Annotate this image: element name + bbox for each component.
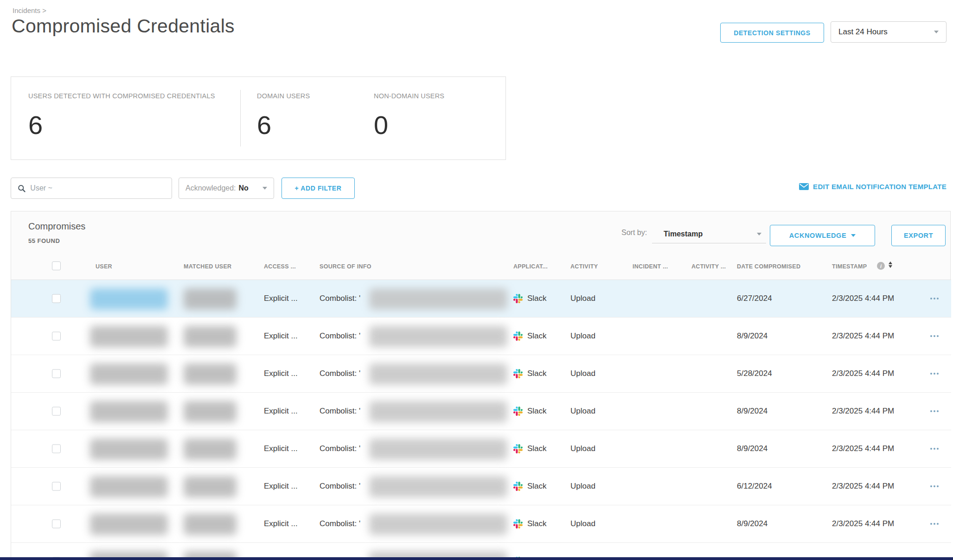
- blurred-matched-user-value: [184, 363, 237, 385]
- sort-select[interactable]: Timestamp: [652, 225, 766, 243]
- slack-icon: [513, 444, 523, 453]
- source-prefix-cell: Combolist: ': [320, 294, 360, 303]
- search-icon: [18, 184, 26, 193]
- blurred-user-value[interactable]: [90, 401, 168, 422]
- source-prefix-cell: Combolist: ': [320, 369, 360, 378]
- source-prefix-cell: Combolist: ': [320, 482, 360, 491]
- column-header-source-of-info[interactable]: SOURCE OF INFO: [320, 263, 371, 270]
- acknowledged-filter-label: Acknowledged:: [185, 184, 236, 192]
- date-compromised-cell: 5/28/2024: [737, 369, 772, 378]
- blurred-user-value[interactable]: [90, 288, 168, 310]
- access-cell: Explicit ...: [264, 519, 298, 528]
- chevron-down-icon: [934, 31, 939, 33]
- activity-cell: Upload: [570, 331, 595, 341]
- compromises-table-card: Compromises 55 FOUND Sort by: Timestamp …: [11, 211, 951, 560]
- bottom-edge-bar: [0, 557, 953, 560]
- column-header-activity[interactable]: ACTIVITY: [570, 263, 598, 270]
- application-label: Slack: [527, 369, 547, 378]
- row-checkbox[interactable]: [52, 294, 61, 303]
- acknowledged-filter-value: No: [239, 184, 249, 192]
- acknowledged-filter-select[interactable]: Acknowledged: No: [179, 178, 274, 199]
- overflow-menu-icon[interactable]: [930, 335, 932, 337]
- row-checkbox[interactable]: [52, 332, 61, 341]
- access-cell: Explicit ...: [264, 294, 298, 303]
- export-button[interactable]: EXPORT: [891, 225, 946, 246]
- row-checkbox[interactable]: [52, 445, 61, 453]
- stat-value-non-domain-users: 0: [374, 110, 444, 140]
- column-header-access[interactable]: ACCESS ...: [264, 263, 296, 270]
- timestamp-cell: 2/3/2025 4:44 PM: [832, 444, 894, 453]
- column-header-timestamp[interactable]: TIMESTAMP: [832, 263, 867, 270]
- blurred-matched-user-value: [184, 514, 237, 535]
- application-cell: Slack: [513, 519, 547, 528]
- column-header-activity-type[interactable]: ACTIVITY ...: [691, 263, 726, 270]
- slack-icon: [513, 294, 523, 303]
- time-range-select[interactable]: Last 24 Hours: [831, 21, 947, 43]
- timestamp-cell: 2/3/2025 4:44 PM: [832, 294, 894, 303]
- stat-label-domain-users: DOMAIN USERS: [257, 92, 310, 100]
- stats-summary-card: USERS DETECTED WITH COMPROMISED CREDENTI…: [11, 76, 506, 160]
- table-body: Explicit ... Combolist: ' Slack Upload 6…: [11, 280, 951, 560]
- overflow-menu-icon[interactable]: [930, 373, 932, 375]
- row-checkbox[interactable]: [52, 369, 61, 378]
- table-row[interactable]: Explicit ... Combolist: ' Slack Upload 8…: [11, 430, 951, 468]
- overflow-menu-icon[interactable]: [930, 298, 932, 299]
- sort-icon[interactable]: [889, 261, 892, 268]
- timestamp-cell: 2/3/2025 4:44 PM: [832, 331, 894, 341]
- blurred-matched-user-value: [184, 439, 237, 460]
- row-checkbox[interactable]: [52, 407, 61, 416]
- page-title: Compromised Credentials: [12, 15, 235, 37]
- table-row[interactable]: Explicit ... Combolist: ' Slack Upload 8…: [11, 318, 951, 355]
- column-header-user[interactable]: USER: [96, 263, 112, 270]
- activity-cell: Upload: [570, 407, 595, 416]
- activity-cell: Upload: [570, 444, 595, 453]
- table-row[interactable]: Explicit ... Combolist: ' Slack Upload 5…: [11, 355, 951, 393]
- date-compromised-cell: 8/9/2024: [737, 444, 768, 453]
- stat-value-users-detected: 6: [28, 110, 215, 140]
- acknowledge-button[interactable]: ACKNOWLEDGE: [770, 225, 875, 246]
- column-header-application[interactable]: APPLICAT...: [513, 263, 548, 270]
- add-filter-button[interactable]: + ADD FILTER: [281, 178, 355, 199]
- date-compromised-cell: 8/9/2024: [737, 331, 768, 341]
- application-cell: Slack: [513, 331, 547, 341]
- overflow-menu-icon[interactable]: [930, 410, 932, 412]
- select-all-checkbox[interactable]: [52, 261, 61, 270]
- date-compromised-cell: 6/12/2024: [737, 482, 772, 491]
- table-row[interactable]: Explicit ... Combolist: ' Slack Upload 8…: [11, 393, 951, 430]
- blurred-source-value: [369, 476, 507, 497]
- application-label: Slack: [527, 407, 547, 416]
- breadcrumb[interactable]: Incidents >: [13, 6, 46, 14]
- info-icon[interactable]: i: [877, 262, 885, 270]
- timestamp-cell: 2/3/2025 4:44 PM: [832, 407, 894, 416]
- application-label: Slack: [527, 444, 547, 453]
- edit-email-template-link[interactable]: EDIT EMAIL NOTIFICATION TEMPLATE: [799, 183, 947, 191]
- overflow-menu-icon[interactable]: [930, 448, 932, 450]
- blurred-user-value[interactable]: [90, 363, 168, 385]
- row-checkbox[interactable]: [52, 520, 61, 528]
- activity-cell: Upload: [570, 369, 595, 378]
- blurred-user-value[interactable]: [90, 476, 168, 497]
- activity-cell: Upload: [570, 294, 595, 303]
- application-label: Slack: [527, 519, 547, 528]
- table-row[interactable]: Explicit ... Combolist: ' Slack Upload 6…: [11, 468, 951, 505]
- blurred-user-value[interactable]: [90, 514, 168, 535]
- row-checkbox[interactable]: [52, 482, 61, 491]
- edit-email-template-label: EDIT EMAIL NOTIFICATION TEMPLATE: [813, 183, 947, 191]
- overflow-menu-icon[interactable]: [930, 485, 932, 487]
- blurred-user-value[interactable]: [90, 326, 168, 347]
- timestamp-cell: 2/3/2025 4:44 PM: [832, 519, 894, 528]
- column-header-date-compromised[interactable]: DATE COMPROMISED: [737, 263, 800, 270]
- overflow-menu-icon[interactable]: [930, 523, 932, 525]
- user-search-input[interactable]: [30, 184, 165, 192]
- blurred-user-value[interactable]: [90, 439, 168, 460]
- table-row[interactable]: Explicit ... Combolist: ' Slack Upload 8…: [11, 505, 951, 543]
- detection-settings-button[interactable]: DETECTION SETTINGS: [720, 23, 824, 43]
- acknowledge-button-label: ACKNOWLEDGE: [789, 232, 846, 239]
- timestamp-cell: 2/3/2025 4:44 PM: [832, 369, 894, 378]
- column-header-matched-user[interactable]: MATCHED USER: [184, 263, 231, 270]
- stat-value-domain-users: 6: [257, 110, 310, 140]
- column-header-incident[interactable]: INCIDENT ...: [633, 263, 668, 270]
- user-search-input-container[interactable]: [11, 178, 172, 199]
- table-row[interactable]: Explicit ... Combolist: ' Slack Upload 6…: [11, 280, 951, 318]
- blurred-source-value: [369, 326, 507, 347]
